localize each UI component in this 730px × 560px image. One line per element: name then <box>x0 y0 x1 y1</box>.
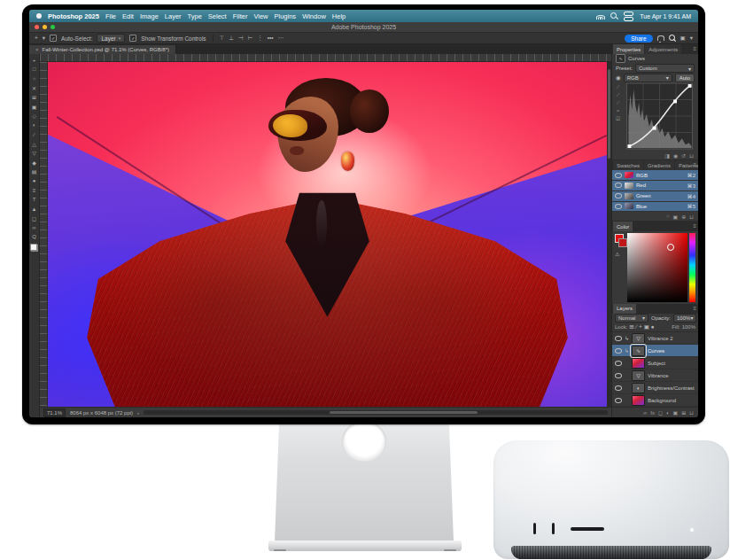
menu-filter[interactable]: Filter <box>233 12 248 20</box>
workspace-icon[interactable]: ▣ <box>680 35 686 42</box>
align-center-icon[interactable]: ⊥ <box>229 35 234 42</box>
curve-grid-icon[interactable]: ◫ <box>616 115 620 121</box>
visibility-eye-icon[interactable] <box>615 336 622 341</box>
menu-type[interactable]: Type <box>188 12 202 20</box>
document-tab[interactable]: × Fall-Winter-Collection.psd @ 71.1% (Cu… <box>29 45 176 54</box>
share-button[interactable]: Share <box>625 35 652 43</box>
align-right-icon[interactable]: ⊣ <box>238 35 244 42</box>
channel-row-green[interactable]: Green ⌘4 <box>612 191 698 202</box>
channel-row-red[interactable]: Red ⌘3 <box>612 181 698 191</box>
clone-tool-icon[interactable]: △ <box>30 140 38 148</box>
tab-close-icon[interactable]: × <box>35 47 39 52</box>
panel-menu-icon[interactable]: ≡ <box>693 46 696 51</box>
transform-controls-checkbox[interactable]: ✓ <box>129 35 136 42</box>
curve-smooth-icon[interactable]: ≈ <box>617 108 619 113</box>
layer-row-curves[interactable]: ↳ ∿ Curves <box>612 345 698 357</box>
new-adjustment-icon[interactable]: ◐ <box>666 410 670 416</box>
zoom-level-field[interactable]: 71.1% <box>43 408 66 417</box>
menu-help[interactable]: Help <box>332 12 346 20</box>
align-left-icon[interactable]: ⊤ <box>220 35 225 42</box>
canvas-image[interactable] <box>48 62 607 407</box>
menu-edit[interactable]: Edit <box>122 12 134 20</box>
apple-menu-icon[interactable] <box>36 13 42 19</box>
menu-file[interactable]: File <box>105 12 116 20</box>
heal-tool-icon[interactable]: ◐ <box>30 121 38 129</box>
move-tool-icon[interactable]: + <box>30 56 38 64</box>
layer-effects-icon[interactable]: fx <box>650 410 655 416</box>
lock-position-icon[interactable]: + <box>639 324 642 331</box>
blur-tool-icon[interactable]: ● <box>30 177 38 185</box>
new-channel-icon[interactable]: ⊕ <box>681 214 686 220</box>
visibility-eye-icon[interactable] <box>615 361 622 366</box>
background-color-swatch[interactable] <box>618 238 627 247</box>
layer-row-vibrance-2[interactable]: ↳ ▽ Vibrance 2 <box>612 332 698 345</box>
path-select-tool-icon[interactable]: ▲ <box>30 205 38 213</box>
link-layers-icon[interactable]: ∞ <box>643 410 647 416</box>
visibility-eye-icon[interactable] <box>615 398 622 403</box>
preset-dropdown[interactable]: Custom▾ <box>635 64 695 73</box>
hue-slider[interactable] <box>689 233 695 301</box>
targeted-adjustment-icon[interactable]: ◉ <box>616 75 621 82</box>
eyedropper-tool-icon[interactable]: ◇ <box>30 112 38 120</box>
quick-select-tool-icon[interactable]: ✕ <box>30 84 38 92</box>
hand-tool-icon[interactable]: ∞ <box>30 223 38 231</box>
channel-dropdown[interactable]: RGB▾ <box>624 74 672 82</box>
distribute-v-icon[interactable]: ⋮ <box>257 35 263 42</box>
menu-image[interactable]: Image <box>140 12 159 20</box>
channel-row-blue[interactable]: Blue ⌘5 <box>612 202 698 213</box>
menu-window[interactable]: Window <box>302 12 326 20</box>
type-tool-icon[interactable]: T <box>30 196 38 204</box>
opacity-field[interactable]: 100%▾ <box>673 314 696 323</box>
visibility-eye-icon[interactable] <box>615 193 622 198</box>
new-group-icon[interactable]: ▣ <box>673 409 679 416</box>
move-tool-icon[interactable]: + <box>35 35 38 42</box>
channel-row-rgb[interactable]: RGB ⌘2 <box>612 170 698 181</box>
white-point-eyedropper-icon[interactable]: ⟋ <box>617 100 620 106</box>
app-menu-title[interactable]: Photoshop 2025 <box>48 12 99 20</box>
color-cursor[interactable] <box>667 244 674 251</box>
load-selection-icon[interactable]: ○ <box>666 214 670 219</box>
tab-gradients[interactable]: Gradients <box>644 160 674 170</box>
delete-layer-icon[interactable]: ⊔ <box>689 409 694 416</box>
layer-row-subject[interactable]: Subject <box>612 357 698 369</box>
visibility-eye-icon[interactable] <box>615 348 622 354</box>
clip-to-layer-icon[interactable]: ◨ <box>664 152 670 159</box>
menu-view[interactable]: View <box>253 12 268 20</box>
visibility-eye-icon[interactable]: ◉ <box>673 152 678 159</box>
delete-channel-icon[interactable]: ⊔ <box>689 214 694 220</box>
visibility-eye-icon[interactable] <box>615 204 622 209</box>
lock-pixels-icon[interactable]: ∕ <box>636 324 637 331</box>
foreground-background-swatches[interactable] <box>30 244 38 252</box>
eraser-tool-icon[interactable]: ◆ <box>30 159 38 167</box>
menu-layer[interactable]: Layer <box>165 12 182 20</box>
visibility-eye-icon[interactable] <box>615 183 622 188</box>
auto-select-checkbox[interactable]: ✓ <box>50 35 57 42</box>
tool-preset-caret-icon[interactable]: ▾ <box>43 35 45 42</box>
tab-adjustments[interactable]: Adjustments <box>645 44 681 54</box>
panel-menu-icon[interactable]: ≡ <box>693 306 696 311</box>
wifi-icon[interactable] <box>596 13 604 19</box>
curves-histogram[interactable] <box>623 82 696 150</box>
tab-properties[interactable]: Properties <box>613 44 644 54</box>
reset-icon[interactable]: ↺ <box>681 152 686 159</box>
tab-swatches[interactable]: Swatches <box>613 160 643 170</box>
visibility-eye-icon[interactable] <box>615 373 622 378</box>
frame-tool-icon[interactable]: ▣ <box>30 103 38 111</box>
menu-plugins[interactable]: Plugins <box>275 12 297 20</box>
notifications-bell-icon[interactable] <box>657 35 664 41</box>
panel-menu-icon[interactable]: ≡ <box>693 223 696 229</box>
gradient-tool-icon[interactable]: ▤ <box>30 167 38 175</box>
brush-tool-icon[interactable]: ∕ <box>30 130 38 138</box>
layer-row-brightness-contrast[interactable]: ◐ Brightness/Contrast <box>612 382 698 394</box>
pen-tool-icon[interactable]: ≡ <box>30 186 38 194</box>
lock-all-icon[interactable]: ● <box>651 324 655 331</box>
black-point-eyedropper-icon[interactable]: ⟋ <box>617 84 620 90</box>
menubar-clock[interactable]: Tue Apr 1 9:41 AM <box>640 13 691 19</box>
layer-row-background[interactable]: Background <box>612 394 698 407</box>
save-selection-icon[interactable]: ▣ <box>673 214 679 220</box>
saturation-brightness-field[interactable] <box>627 233 687 301</box>
search-icon[interactable] <box>669 35 676 42</box>
lock-artboard-icon[interactable]: ▣ <box>644 324 649 331</box>
visibility-eye-icon[interactable] <box>615 173 622 178</box>
auto-select-target-dropdown[interactable]: Layer ▾ <box>97 34 125 43</box>
